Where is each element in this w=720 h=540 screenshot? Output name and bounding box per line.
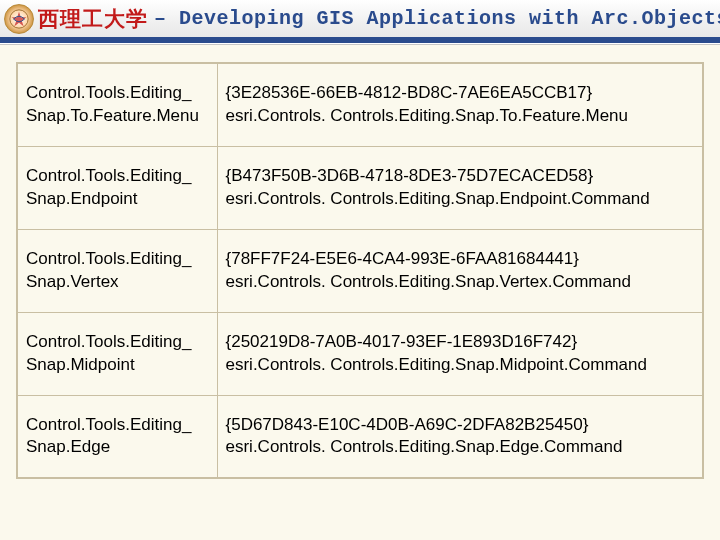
controls-table: Control.Tools.Editing_Snap.To.Feature.Me… [16,62,704,479]
control-name-line1: Control.Tools.Editing_ [26,82,209,105]
control-path: esri.Controls. Controls.Editing.Snap.Mid… [226,354,695,377]
control-name-cell: Control.Tools.Editing_Snap.Vertex [17,229,217,312]
table-row: Control.Tools.Editing_Snap.Endpoint{B473… [17,146,703,229]
table-row: Control.Tools.Editing_Snap.Edge{5D67D843… [17,395,703,478]
control-name-line2: Snap.Endpoint [26,188,209,211]
control-guid: {250219D8-7A0B-4017-93EF-1E893D16F742} [226,331,695,354]
content-area: Control.Tools.Editing_Snap.To.Feature.Me… [0,40,720,479]
control-detail-cell: {250219D8-7A0B-4017-93EF-1E893D16F742}es… [217,312,703,395]
table-row: Control.Tools.Editing_Snap.Midpoint{2502… [17,312,703,395]
control-detail-cell: {5D67D843-E10C-4D0B-A69C-2DFA82B25450}es… [217,395,703,478]
control-name-line1: Control.Tools.Editing_ [26,165,209,188]
control-detail-cell: {78FF7F24-E5E6-4CA4-993E-6FAA81684441}es… [217,229,703,312]
control-path: esri.Controls. Controls.Editing.Snap.Ver… [226,271,695,294]
control-name-cell: Control.Tools.Editing_Snap.Midpoint [17,312,217,395]
control-name-cell: Control.Tools.Editing_Snap.To.Feature.Me… [17,63,217,146]
university-emblem-icon [4,4,34,34]
control-name-line2: Snap.Midpoint [26,354,209,377]
control-name-cell: Control.Tools.Editing_Snap.Edge [17,395,217,478]
control-detail-cell: {B473F50B-3D6B-4718-8DE3-75D7ECACED58}es… [217,146,703,229]
control-name-line2: Snap.To.Feature.Menu [26,105,209,128]
control-detail-cell: {3E28536E-66EB-4812-BD8C-7AE6EA5CCB17}es… [217,63,703,146]
control-name-line1: Control.Tools.Editing_ [26,331,209,354]
control-guid: {B473F50B-3D6B-4718-8DE3-75D7ECACED58} [226,165,695,188]
slide-header: 西理工大学 – Developing GIS Applications with… [0,0,720,40]
control-name-line1: Control.Tools.Editing_ [26,248,209,271]
control-name-cell: Control.Tools.Editing_Snap.Endpoint [17,146,217,229]
control-path: esri.Controls. Controls.Editing.Snap.To.… [226,105,695,128]
table-row: Control.Tools.Editing_Snap.Vertex{78FF7F… [17,229,703,312]
control-guid: {5D67D843-E10C-4D0B-A69C-2DFA82B25450} [226,414,695,437]
control-guid: {3E28536E-66EB-4812-BD8C-7AE6EA5CCB17} [226,82,695,105]
control-name-line1: Control.Tools.Editing_ [26,414,209,437]
table-row: Control.Tools.Editing_Snap.To.Feature.Me… [17,63,703,146]
control-name-line2: Snap.Edge [26,436,209,459]
control-path: esri.Controls. Controls.Editing.Snap.End… [226,188,695,211]
header-english-title: – Developing GIS Applications with Arc.O… [154,7,720,30]
header-chinese-title: 西理工大学 [38,5,148,33]
control-guid: {78FF7F24-E5E6-4CA4-993E-6FAA81684441} [226,248,695,271]
control-path: esri.Controls. Controls.Editing.Snap.Edg… [226,436,695,459]
control-name-line2: Snap.Vertex [26,271,209,294]
